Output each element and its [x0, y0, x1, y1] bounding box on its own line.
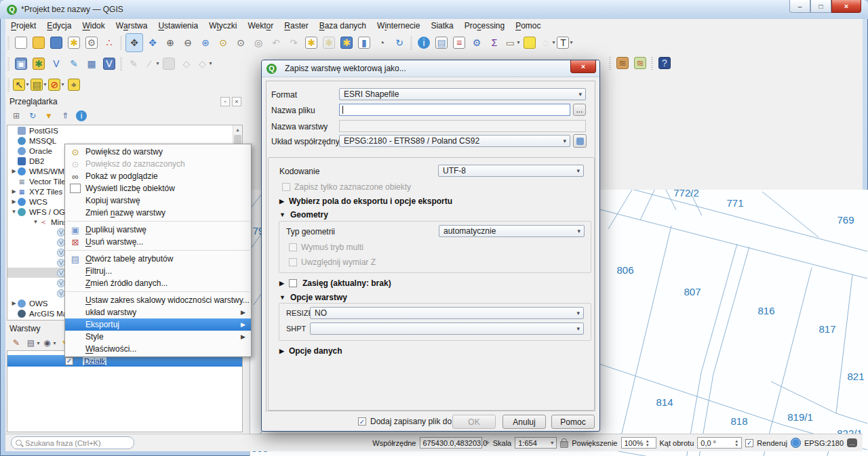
menu-projekt[interactable]: Projekt — [5, 19, 41, 32]
dialog-close-button[interactable]: × — [570, 60, 596, 73]
current-edits-dropdown-icon[interactable]: ▾ — [156, 60, 159, 66]
menu-wtyczki[interactable]: Wtyczki — [203, 19, 242, 32]
title-bar[interactable]: Q *Projekt bez nazwy — QGIS – □ × — [0, 0, 868, 19]
menu-wektor[interactable]: Wektor — [242, 19, 279, 32]
select-by-location-icon[interactable]: ⌖ — [66, 76, 82, 94]
open-project-icon[interactable] — [31, 34, 47, 51]
context-item-właściwości[interactable]: Właściwości... — [65, 343, 251, 355]
section-extent[interactable]: ▶ Zasięg (aktualny: brak) — [279, 278, 391, 288]
manage-map-themes-icon[interactable]: ▤▾ — [25, 335, 40, 350]
search-input[interactable]: Szukana fraza (Ctrl+K) — [11, 436, 134, 449]
menu-pomoc[interactable]: Pomoc — [510, 19, 546, 32]
coords-extent-toggle-icon[interactable]: ⌖ — [486, 438, 490, 447]
georeferencer-plugin-icon[interactable]: ≋ — [632, 54, 648, 72]
refresh-browser-icon[interactable]: ↻ — [25, 108, 40, 123]
open-attribute-table-icon[interactable]: ▤ — [433, 34, 450, 51]
zoom-full-icon[interactable]: ⊛ — [197, 34, 214, 51]
zoom-in-icon[interactable]: ⊕ — [162, 34, 178, 51]
scroll-up-icon[interactable]: ▲ — [233, 125, 242, 134]
add-to-map-checkbox[interactable]: ✓ — [358, 417, 366, 426]
toolbar-handle[interactable] — [609, 56, 611, 70]
new-map-view-icon[interactable]: ✱ — [303, 34, 319, 51]
collapsed-arrow-icon[interactable]: ▶ — [10, 199, 18, 205]
menu-w-internecie[interactable]: W internecie — [372, 19, 425, 32]
help-button[interactable]: Pomoc — [551, 415, 595, 429]
layer-visibility-checkbox[interactable]: ✓ — [65, 357, 73, 365]
context-item-zmień-źródło-danych[interactable]: Zmień źródło danych... — [65, 277, 251, 289]
select-features-by-value-icon[interactable]: ▤▾ — [31, 76, 47, 94]
lock-scale-icon[interactable] — [560, 441, 568, 448]
open-data-source-manager-icon[interactable]: ▣ — [13, 55, 29, 72]
context-item-usuń-warstwę[interactable]: ⊠Usuń warstwę... — [65, 236, 251, 248]
extent-checkbox[interactable] — [289, 279, 297, 287]
context-item-duplikuj-warstwę[interactable]: ▣Duplikuj warstwę — [65, 224, 251, 236]
context-item-wyświetl-liczbę-obiektów[interactable]: Wyświetl liczbę obiektów — [65, 182, 251, 194]
new-geojson-layer-icon[interactable]: ✎ — [66, 55, 82, 72]
text-annotation-icon[interactable]: T▾ — [557, 34, 573, 51]
context-item-style[interactable]: Style▶ — [65, 331, 251, 343]
manage-map-themes-dropdown-icon[interactable]: ▾ — [37, 340, 39, 346]
section-data-options[interactable]: ▶ Opcje danych — [279, 346, 342, 356]
context-item-eksportuj[interactable]: Eksportuj▶ — [65, 318, 251, 331]
layout-manager-icon[interactable]: ⚙ — [83, 34, 100, 51]
open-layer-styling-icon[interactable]: ✎ — [9, 335, 24, 350]
dialog-title-bar[interactable]: Q Zapisz warstwę wektorową jako... — [262, 60, 599, 77]
context-item-powiększ-do-warstwy[interactable]: ⊙Powiększ do warstwy — [65, 146, 251, 158]
map-tips-icon[interactable] — [521, 34, 538, 51]
collapsed-arrow-icon[interactable]: ▶ — [10, 300, 18, 306]
crs-combo[interactable]: EPSG:2180 - ETRS89 / Poland CS92 — [339, 135, 570, 147]
zoom-native-resolution-icon[interactable]: ◎ — [250, 34, 267, 51]
vertex-tool-dropdown-icon[interactable]: ▾ — [209, 60, 212, 66]
filter-browser-icon[interactable]: ▼ — [41, 108, 56, 123]
encoding-combo[interactable]: UTF-8 — [438, 165, 584, 177]
pan-map-icon[interactable]: ✥ — [125, 33, 143, 52]
statusbar-crs[interactable]: EPSG:2180 — [804, 439, 844, 447]
help-contents-icon[interactable]: ? — [656, 54, 673, 72]
temporal-controller-icon[interactable]: ◔ — [374, 34, 390, 51]
filename-input[interactable] — [339, 104, 570, 116]
search-dropdown-icon[interactable]: ▾ — [552, 39, 555, 45]
show-statistics-icon[interactable]: Σ — [486, 34, 502, 51]
new-mesh-layer-icon[interactable]: ▦ — [83, 55, 100, 72]
ok-button[interactable]: OK — [452, 415, 496, 429]
context-item-zmień-nazwę-warstwy[interactable]: Zmień nazwę warstwy — [65, 207, 251, 219]
select-features-icon[interactable]: ↖▾ — [13, 76, 29, 94]
float-panel-icon[interactable]: ▫ — [220, 97, 230, 106]
minimize-button[interactable]: – — [789, 0, 810, 13]
collapsed-arrow-icon[interactable]: ▶ — [10, 168, 18, 174]
coords-input[interactable]: 675430.0,483203.0 — [420, 437, 482, 449]
toolbar-handle[interactable] — [651, 56, 653, 70]
toolbar-handle[interactable] — [410, 36, 412, 49]
shpt-combo[interactable] — [310, 323, 584, 335]
collapsed-arrow-icon[interactable]: ▶ — [10, 188, 18, 194]
format-combo[interactable]: ESRI Shapefile — [339, 88, 586, 100]
context-item-otwórz-tabelę-atrybutów[interactable]: ▤Otwórz tabelę atrybutów — [65, 253, 251, 265]
measure-line-dropdown-icon[interactable]: ▾ — [517, 39, 519, 45]
scale-combo[interactable]: 1:654 ▾ — [515, 437, 557, 449]
context-item-układ-warstwy[interactable]: układ warstwy▶ — [65, 306, 251, 318]
text-annotation-dropdown-icon[interactable]: ▾ — [570, 39, 572, 45]
measure-line-icon[interactable]: ▭▾ — [504, 34, 520, 51]
pan-to-selection-icon[interactable]: ✥ — [144, 34, 161, 51]
render-checkbox[interactable]: ✓ — [745, 439, 753, 447]
toolbar-handle[interactable] — [7, 36, 9, 49]
toolbar-handle[interactable] — [7, 78, 9, 91]
context-item-pokaż-w-podglądzie[interactable]: ∞Pokaż w podglądzie — [65, 170, 251, 182]
manage-layer-visibility-dropdown-icon[interactable]: ▾ — [53, 340, 56, 346]
show-bookmarks-icon[interactable]: ▮ — [356, 34, 372, 51]
crs-globe-icon[interactable] — [791, 438, 801, 448]
statistical-summary-icon[interactable]: ≡ — [451, 34, 467, 51]
menu-widok[interactable]: Widok — [77, 19, 110, 32]
tree-item-postgis[interactable]: PostGIS — [7, 125, 242, 136]
manage-layer-visibility-icon[interactable]: ◉▾ — [41, 335, 56, 350]
section-layer-options[interactable]: ▼ Opcje warstwy — [279, 293, 347, 302]
processing-toolbox-icon[interactable]: ⚙ — [469, 34, 485, 51]
browse-button[interactable]: ... — [573, 104, 586, 116]
messages-icon[interactable]: … — [847, 438, 857, 447]
style-manager-icon[interactable]: ∴ — [101, 34, 117, 51]
close-button[interactable]: × — [831, 0, 861, 13]
context-item-filtruj[interactable]: Filtruj... — [65, 265, 251, 277]
new-geopackage-layer-icon[interactable]: ✱ — [31, 55, 47, 72]
select-features-dropdown-icon[interactable]: ▾ — [26, 81, 28, 87]
layer-name[interactable]: Działk — [83, 357, 106, 365]
